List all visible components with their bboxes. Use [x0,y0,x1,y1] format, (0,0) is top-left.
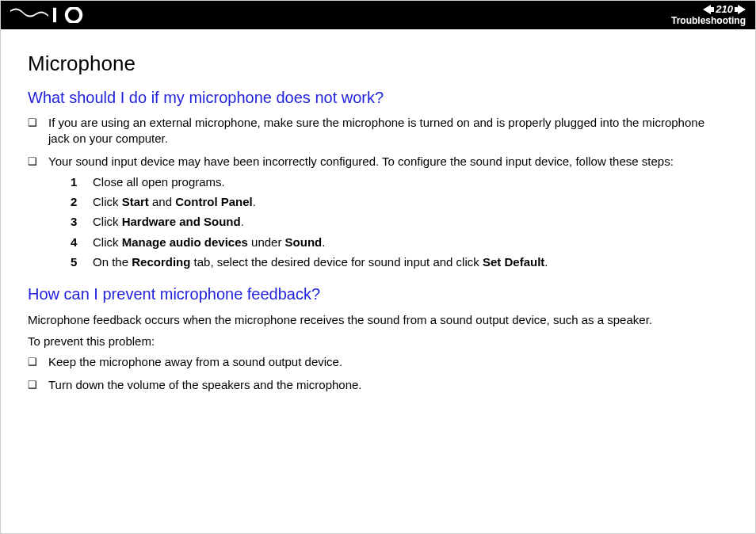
header-right: 210 Troubleshooting [671,4,746,25]
question-1-heading: What should I do if my microphone does n… [28,89,728,107]
text-run: . [322,235,325,249]
svg-rect-0 [53,8,56,22]
vaio-logo [10,7,86,23]
step-number: 1 [71,173,82,191]
step-item: 1 Close all open programs. [71,173,674,191]
step-text: Click Manage audio devices under Sound. [93,233,325,251]
next-page-arrow-icon[interactable] [735,5,746,14]
list-item: ❑ If you are using an external microphon… [28,115,728,147]
bullet-text: Your sound input device may have been in… [48,154,674,168]
step-text: Close all open programs. [93,173,225,191]
keyword: Hardware and Sound [122,215,241,228]
steps-list: 1 Close all open programs. 2 Click Start… [71,173,674,271]
step-number: 2 [71,193,82,211]
step-item: 3 Click Hardware and Sound. [71,212,674,231]
list-item: ❑ Keep the microphone away from a sound … [28,354,728,371]
step-number: 4 [71,233,82,251]
bullet-icon: ❑ [28,377,37,394]
text-run: . [241,215,244,228]
prev-page-arrow-icon[interactable] [703,5,714,14]
bullet-icon: ❑ [28,354,37,371]
keyword: Set Default [483,255,544,269]
list-item: ❑ Turn down the volume of the speakers a… [28,377,728,394]
step-number: 5 [71,253,82,271]
bullet-text: Turn down the volume of the speakers and… [48,377,362,393]
text-run: . [544,255,548,269]
paragraph: Microphone feedback occurs when the micr… [28,311,728,328]
step-text: Click Hardware and Sound. [93,212,244,231]
keyword: Recording [132,255,190,269]
text-run: On the [93,255,132,269]
text-run: Click [93,195,122,208]
page-number: 210 [716,4,733,15]
bullet-text: Keep the microphone away from a sound ou… [48,354,342,370]
q1-bullets: ❑ If you are using an external microphon… [28,115,728,273]
keyword: Sound [285,235,323,249]
bullet-text: If you are using an external microphone,… [48,115,728,147]
document-page: 210 Troubleshooting Microphone What shou… [0,0,756,534]
bullet-icon: ❑ [28,154,37,170]
svg-marker-3 [735,5,746,14]
text-run: under [248,235,285,249]
text-run: . [253,195,256,208]
svg-marker-2 [703,5,714,14]
bullet-body: Your sound input device may have been in… [48,154,674,273]
keyword: Start [122,195,149,208]
q2-bullets: ❑ Keep the microphone away from a sound … [28,354,728,394]
step-text: On the Recording tab, select the desired… [93,253,548,271]
step-item: 4 Click Manage audio devices under Sound… [71,233,674,251]
question-2-heading: How can I prevent microphone feedback? [28,285,728,303]
text-run: tab, select the desired device for sound… [190,255,483,269]
page-header: 210 Troubleshooting [1,1,755,29]
keyword: Manage audio devices [122,235,248,249]
text-run: Click [93,235,122,249]
step-text: Click Start and Control Panel. [93,193,256,211]
svg-point-1 [67,8,81,22]
text-run: and [149,195,175,208]
page-title: Microphone [28,51,728,76]
step-item: 5 On the Recording tab, select the desir… [71,253,674,271]
step-number: 3 [71,212,82,231]
step-item: 2 Click Start and Control Panel. [71,193,674,211]
list-item: ❑ Your sound input device may have been … [28,154,728,273]
content-area: Microphone What should I do if my microp… [1,29,755,416]
bullet-icon: ❑ [28,115,37,132]
text-run: Click [93,215,122,228]
page-nav: 210 [703,4,746,15]
section-label: Troubleshooting [671,16,746,26]
keyword: Control Panel [175,195,253,208]
paragraph: To prevent this problem: [28,333,728,349]
